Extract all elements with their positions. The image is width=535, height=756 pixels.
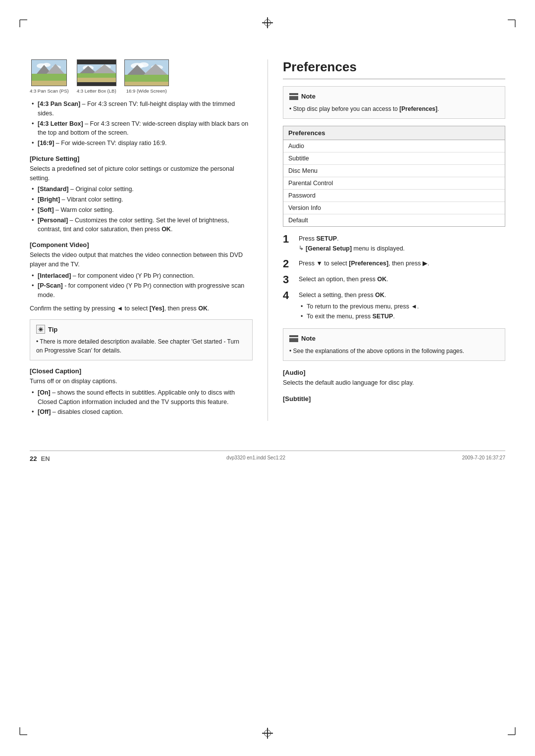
component-video-header: [Component Video] [30, 241, 253, 249]
svg-rect-16 [32, 81, 67, 86]
cv-pscan: [P-Scan] - for component video (Y Pb Pr)… [30, 281, 253, 300]
audio-header: [Audio] [283, 369, 505, 376]
step-1-num: 1 [283, 234, 294, 245]
step-2: 2 Press ▼ to select [Preferences], then … [283, 258, 505, 269]
step-3: 3 Select an option, then press OK. [283, 274, 505, 285]
tv-panscan-block: 4:3 Pan Scan (PS) [30, 59, 69, 94]
tv-letterbox-label: 4:3 Letter Box (LB) [77, 88, 116, 94]
closed-caption-desc: Turns off or on display captions. [30, 377, 253, 386]
tv-bullet-panscan: [4:3 Pan Scan] – For 4:3 screen TV: full… [30, 100, 253, 118]
pref-row-discmenu: Disc Menu [283, 165, 505, 177]
closed-caption-list: [On] – shows the sound effects in subtit… [30, 388, 253, 417]
note-icon-2 [289, 335, 298, 342]
tv-widescreen-label: 16:9 (Wide Screen) [126, 88, 167, 94]
pref-row-default: Default [283, 214, 505, 226]
tv-images-section: 4:3 Pan Scan (PS) [30, 59, 253, 94]
note-icon-1 [289, 93, 298, 100]
svg-rect-26 [77, 78, 116, 82]
pref-table-header: Preferences [283, 126, 505, 140]
picture-setting-header: [Picture Setting] [30, 155, 253, 162]
step-4-bullet-2: To exit the menu, press SETUP. [299, 312, 505, 321]
audio-section: [Audio] Selects the default audio langua… [283, 369, 505, 388]
step-1: 1 Press SETUP. ↳ [General Setup] menu is… [283, 234, 505, 253]
component-video-list: [Interlaced] – for component video (Y Pb… [30, 271, 253, 300]
picture-setting-list: [Standard] – Original color setting. [Br… [30, 185, 253, 234]
pref-row-subtitle: Subtitle [283, 152, 505, 165]
tip-box: ✳ Tip • There is more detailed descripti… [30, 319, 253, 361]
tip-star-icon: ✳ [36, 325, 45, 334]
left-column: 4:3 Pan Scan (PS) [30, 59, 253, 421]
tv-bullet-169: [16:9] – For wide-screen TV: display rat… [30, 139, 253, 148]
cv-interlaced: [Interlaced] – for component video (Y Pb… [30, 271, 253, 281]
note-1-header: Note [289, 92, 499, 101]
svg-point-30 [139, 62, 149, 67]
tv-panscan-frame [31, 59, 67, 86]
note-2-text: • See the explanations of the above opti… [289, 347, 499, 355]
step-1-content: Press SETUP. ↳ [General Setup] menu is d… [299, 234, 505, 253]
tv-bullet-list: [4:3 Pan Scan] – For 4:3 screen TV: full… [30, 100, 253, 148]
tv-widescreen-frame [124, 59, 169, 86]
tv-widescreen-block: 16:9 (Wide Screen) [124, 59, 169, 94]
step-1-arrow: ↳ [299, 244, 304, 253]
page-lang: EN [41, 455, 50, 462]
note-1-label: Note [301, 92, 316, 101]
step-4-bullets: To return to the previous menu, press ◄.… [299, 302, 505, 322]
cc-off: [Off] – disables closed caption. [30, 407, 253, 417]
svg-rect-25 [77, 73, 116, 78]
ps-standard: [Standard] – Original color setting. [30, 185, 253, 194]
tv-letterbox-frame [77, 59, 116, 86]
subtitle-header: [Subtitle] [283, 395, 505, 403]
step-1-sub: ↳ [General Setup] menu is displayed. [299, 244, 505, 253]
ps-soft: [Soft] – Warm color setting. [30, 205, 253, 215]
page-number: 22 [30, 455, 37, 462]
tv-bullet-letterbox: [4:3 Letter Box] – For 4:3 screen TV: wi… [30, 119, 253, 138]
tip-header: ✳ Tip [36, 325, 246, 335]
note-2-header: Note [289, 334, 499, 344]
step-4-bullet-1: To return to the previous menu, press ◄. [299, 302, 505, 311]
component-video-section: [Component Video] Selects the video outp… [30, 241, 253, 313]
component-video-desc: Selects the video output that matches th… [30, 251, 253, 269]
step-3-content: Select an option, then press OK. [299, 274, 505, 284]
picture-setting-desc: Selects a predefined set of picture colo… [30, 164, 253, 183]
subtitle-section: [Subtitle] [283, 395, 505, 403]
tip-label: Tip [48, 325, 57, 335]
audio-desc: Selects the default audio language for d… [283, 378, 505, 388]
component-video-extra: Confirm the setting by pressing ◄ to sel… [30, 304, 253, 313]
step-2-num: 2 [283, 258, 294, 269]
step-4-num: 4 [283, 290, 294, 301]
picture-setting-section: [Picture Setting] Selects a predefined s… [30, 155, 253, 234]
ps-bright: [Bright] – Vibrant color setting. [30, 195, 253, 204]
preferences-table: Preferences Audio Subtitle Disc Menu Par… [283, 126, 505, 227]
right-column: Preferences Note • Stop disc play before… [268, 59, 505, 421]
pref-row-version: Version Info [283, 202, 505, 214]
svg-rect-35 [125, 82, 169, 86]
step-2-content: Press ▼ to select [Preferences], then pr… [299, 258, 505, 268]
note-box-2: Note • See the explanations of the above… [283, 328, 505, 361]
pref-row-password: Password [283, 190, 505, 202]
note-box-1: Note • Stop disc play before you can acc… [283, 86, 505, 119]
pref-row-audio: Audio [283, 140, 505, 152]
tip-text: • There is more detailed description ava… [36, 337, 246, 355]
page-number-section: 22 EN [30, 455, 50, 462]
step-4: 4 Select a setting, then press OK. To re… [283, 290, 505, 323]
cc-on: [On] – shows the sound effects in subtit… [30, 388, 253, 407]
step-4-content: Select a setting, then press OK. To retu… [299, 290, 505, 323]
pref-row-parental: Parental Control [283, 177, 505, 190]
footer: 22 EN dvp3320 en1.indd Sec1:22 2009-7-20… [30, 451, 505, 462]
file-info: dvp3320 en1.indd Sec1:22 [226, 455, 285, 462]
step-1-sub-text: [General Setup] menu is displayed. [306, 244, 405, 253]
svg-rect-34 [125, 75, 169, 82]
step-3-num: 3 [283, 274, 294, 285]
svg-rect-19 [77, 82, 116, 86]
tv-panscan-label: 4:3 Pan Scan (PS) [30, 88, 69, 94]
steps-section: 1 Press SETUP. ↳ [General Setup] menu is… [283, 234, 505, 323]
svg-rect-15 [32, 74, 67, 81]
svg-rect-18 [77, 60, 116, 64]
tv-letterbox-block: 4:3 Letter Box (LB) [77, 59, 116, 94]
date-info: 2009-7-20 16:37:27 [462, 455, 505, 462]
note-2-label: Note [301, 334, 316, 344]
preferences-title: Preferences [283, 59, 505, 79]
note-1-text: • Stop disc play before you can access t… [289, 104, 499, 113]
closed-caption-section: [Closed Caption] Turns off or on display… [30, 367, 253, 417]
ps-personal: [Personal] – Customizes the color settin… [30, 216, 253, 235]
